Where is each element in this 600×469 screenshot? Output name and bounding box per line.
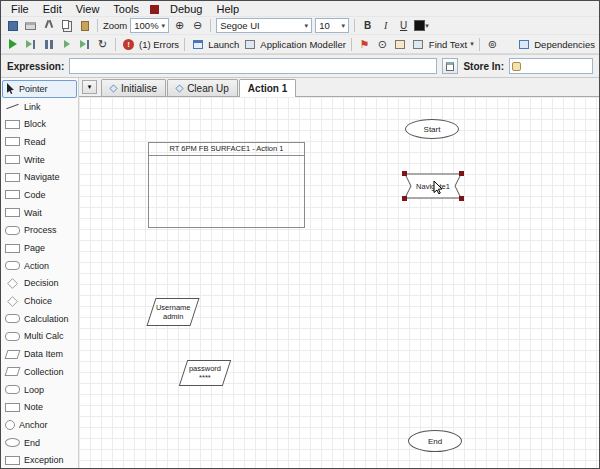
italic-button[interactable]: I <box>378 18 393 33</box>
tool-calculation[interactable]: Calculation <box>2 310 77 328</box>
page-tab-icon <box>109 84 117 92</box>
tool-anchor[interactable]: Anchor <box>2 416 77 434</box>
zoom-out-button[interactable]: ⊖ <box>190 18 205 33</box>
tool-action[interactable]: Action <box>2 257 77 275</box>
tool-choice[interactable]: Choice <box>2 292 77 310</box>
save-icon <box>8 21 18 31</box>
link-icon <box>5 102 20 111</box>
start-stage[interactable]: Start <box>405 119 459 139</box>
tool-navigate[interactable]: Navigate <box>2 168 77 186</box>
font-size-select[interactable]: 10▾ <box>315 18 349 33</box>
tool-label: End <box>24 438 40 448</box>
launch-button[interactable] <box>190 37 205 52</box>
tool-page[interactable]: Page <box>2 239 77 257</box>
save-button[interactable] <box>5 18 20 33</box>
zoom-select[interactable]: 100%▾ <box>130 18 169 33</box>
tool-data-item[interactable]: Data Item <box>2 345 77 363</box>
zoom-in-button[interactable]: ⊕ <box>172 18 187 33</box>
tab-label: Clean Up <box>187 83 229 94</box>
find-text-label[interactable]: Find Text <box>429 39 467 50</box>
tool-loop[interactable]: Loop <box>2 381 77 399</box>
errors-button[interactable]: ! <box>121 37 136 52</box>
tool-label: Pointer <box>19 84 48 94</box>
menu-edit[interactable]: Edit <box>36 3 69 15</box>
menu-tools[interactable]: Tools <box>106 3 146 15</box>
password-data-item[interactable]: password**** <box>179 360 231 386</box>
tool-label: Process <box>24 225 57 235</box>
grid-icon <box>413 40 423 49</box>
tool-code[interactable]: Code <box>2 186 77 204</box>
wait-icon <box>5 208 20 217</box>
tool-multi-calc[interactable]: Multi Calc <box>2 328 77 346</box>
bold-button[interactable]: B <box>360 18 375 33</box>
highlight-icon: ⊙ <box>378 39 387 50</box>
menu-view[interactable]: View <box>69 3 107 15</box>
navigate-stage[interactable]: Navigate1 <box>404 173 462 199</box>
tool-process[interactable]: Process <box>2 222 77 240</box>
store-in-input[interactable] <box>509 58 593 74</box>
launch-label[interactable]: Launch <box>208 39 239 50</box>
password-data-item-text: password**** <box>189 364 221 383</box>
tab-clean-up[interactable]: Clean Up <box>167 79 238 96</box>
selection-handle[interactable] <box>459 196 464 201</box>
tool-collection[interactable]: Collection <box>2 363 77 381</box>
tool-block[interactable]: Block <box>2 115 77 133</box>
tool-write[interactable]: Write <box>2 151 77 169</box>
pause-button[interactable] <box>41 37 56 52</box>
highlight-button[interactable]: ⊙ <box>375 37 390 52</box>
chevron-down-icon[interactable]: ▾ <box>470 40 474 48</box>
cut-button[interactable] <box>41 18 56 33</box>
block-stage[interactable]: RT 6PM FB SURFACE1 - Action 1 <box>148 142 305 228</box>
zoom-in-icon: ⊕ <box>175 20 184 31</box>
tool-end[interactable]: End <box>2 434 77 452</box>
menu-help[interactable]: Help <box>209 3 246 15</box>
menu-debug[interactable]: Debug <box>163 3 209 15</box>
tool-wait[interactable]: Wait <box>2 204 77 222</box>
tool-decision[interactable]: Decision <box>2 275 77 293</box>
tool-label: Write <box>24 155 45 165</box>
dependencies-button[interactable] <box>516 37 531 52</box>
expression-input[interactable] <box>69 58 437 74</box>
errors-label[interactable]: (1) Errors <box>139 39 179 50</box>
grid-button[interactable] <box>411 37 426 52</box>
store-in-label: Store In: <box>463 61 504 72</box>
tool-exception[interactable]: Exception <box>2 451 77 468</box>
format-toolbar: Zoom 100%▾ ⊕ ⊖ Segoe UI▾ 10▾ B I U ▾ <box>1 16 599 34</box>
font-family-select[interactable]: Segoe UI▾ <box>216 18 312 33</box>
dependencies-icon <box>519 40 529 49</box>
tool-label: Code <box>24 190 46 200</box>
tab-list-button[interactable]: ▾ <box>82 80 97 94</box>
run-button[interactable] <box>5 37 20 52</box>
end-stage[interactable]: End <box>408 430 462 452</box>
step-in-button[interactable] <box>59 37 74 52</box>
menu-file[interactable]: File <box>4 3 36 15</box>
tab-initialise[interactable]: Initialise <box>101 79 166 96</box>
underline-button[interactable]: U <box>396 18 411 33</box>
application-modeller-button[interactable] <box>242 37 257 52</box>
binoculars-icon: ⊚ <box>488 39 497 50</box>
print-button[interactable] <box>23 18 38 33</box>
tool-note[interactable]: Note <box>2 398 77 416</box>
selection-handle[interactable] <box>459 171 464 176</box>
tab-action-1[interactable]: Action 1 <box>239 79 296 97</box>
font-color-button[interactable]: ▾ <box>414 18 429 33</box>
expression-editor-button[interactable] <box>442 58 458 74</box>
paste-button[interactable] <box>77 18 92 33</box>
username-data-item[interactable]: Usernameadmin <box>146 298 199 326</box>
reset-button[interactable]: ↻ <box>95 37 110 52</box>
run-to-breakpoint-button[interactable] <box>23 37 38 52</box>
bar-icon <box>33 40 35 49</box>
tool-pointer[interactable]: Pointer <box>2 80 77 98</box>
tool-link[interactable]: Link <box>2 98 77 116</box>
screenshot-button[interactable] <box>393 37 408 52</box>
application-modeller-label[interactable]: Application Modeller <box>260 39 346 50</box>
dependencies-label[interactable]: Dependencies <box>534 39 595 50</box>
step-over-button[interactable] <box>77 37 92 52</box>
find-next-button[interactable]: ⊚ <box>485 37 500 52</box>
flag-button[interactable]: ⚑ <box>357 37 372 52</box>
copy-button[interactable] <box>59 18 74 33</box>
selection-handle[interactable] <box>402 196 407 201</box>
diagram-canvas[interactable]: RT 6PM FB SURFACE1 - Action 1 Start Navi… <box>79 97 599 468</box>
tool-read[interactable]: Read <box>2 133 77 151</box>
selection-handle[interactable] <box>402 171 407 176</box>
